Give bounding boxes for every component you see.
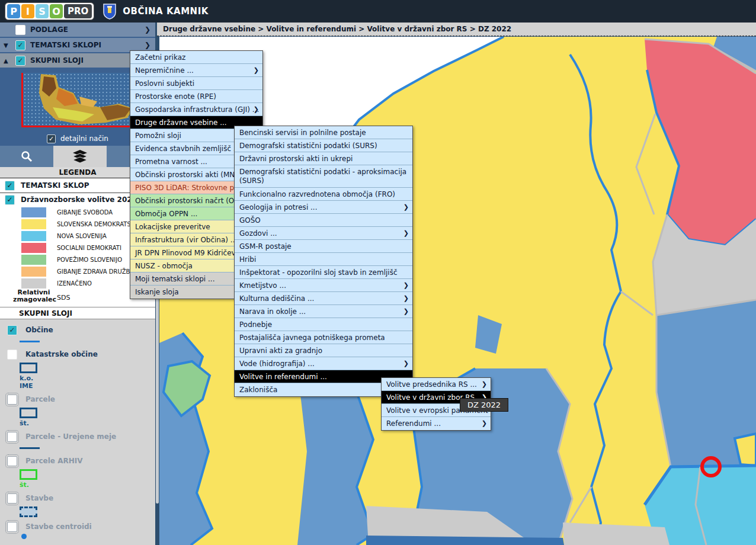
sidebar-scrollbar[interactable] [156, 296, 159, 504]
tab-layers[interactable] [53, 146, 107, 167]
panel-header-1[interactable]: PODLAGE❯ [0, 23, 155, 37]
layer-row: Stavbe centroidi [7, 521, 155, 533]
menu-item[interactable]: Hribi [235, 253, 412, 266]
menu-item-label: Referendumi ... [386, 419, 441, 428]
municipality-title: OBČINA KAMNIK [123, 6, 209, 17]
menu-item[interactable]: GOŠO [235, 214, 412, 227]
shared-layers-panel: ✓ObčineKatastrske občinek.o.IMEParcelešt… [0, 319, 155, 545]
municipality-crest-icon [102, 3, 117, 20]
panel-label: TEMATSKI SKLOPI [30, 41, 101, 49]
menu-item-label: GSM-R postaje [239, 242, 291, 251]
layer-checkbox[interactable] [7, 493, 17, 504]
relative-winner-label: Relativni zmagovalec [13, 289, 55, 303]
topbar: PISOPRO OBČINA KAMNIK [0, 0, 756, 23]
layer-label: Katastrske občine [25, 350, 98, 358]
layer-row: Stavbe [7, 492, 155, 504]
menu-item-label: Upravni akti za gradnjo [239, 347, 322, 355]
menu-item-label: Evidenca stavbnih zemljišč ... [135, 145, 240, 153]
layer-label: Stavbe [25, 494, 53, 502]
layer-swatch-sublabel: IME [20, 382, 155, 390]
menu-item-label: Moji tematski sklopi ... [135, 275, 214, 283]
menu-item[interactable]: Postajališča javnega potniškega prometa [235, 331, 412, 344]
legend-entry-label: IZENAČENO [57, 280, 92, 287]
layer-swatch-sublabel: št. [20, 481, 155, 489]
relative-winner-value: SDS [57, 294, 70, 302]
menu-item[interactable]: Nepremičnine ...❯ [130, 64, 262, 77]
layer-swatch-rect [20, 408, 37, 418]
layer-checkbox[interactable] [7, 432, 17, 442]
menu-item[interactable]: Volitve predsednika RS ...❯ [382, 378, 491, 391]
layer-checkbox[interactable] [7, 350, 17, 360]
search-icon [21, 150, 33, 162]
menu-item[interactable]: Gozdovi ...❯ [235, 227, 412, 240]
layer-swatch-rect [20, 469, 37, 480]
menu-item-label: Volitve in referendumi ... [239, 373, 327, 381]
layer-checkbox[interactable] [7, 395, 17, 405]
menu-item-label: Demografski statistični podatki - aproks… [239, 168, 406, 185]
menu-item-label: Prostorske enote (RPE) [135, 92, 216, 101]
menu-item[interactable]: Vode (hidrografija) ...❯ [235, 357, 412, 370]
menu-item[interactable]: GSM-R postaje [235, 240, 412, 253]
menu-item-label: Pomožni sloji [135, 132, 181, 140]
layer-row: Parcele - Urejene meje [7, 431, 155, 443]
menu-item[interactable]: Geologija in potresi ...❯ [235, 201, 412, 214]
piso-logo[interactable]: PISOPRO [5, 2, 94, 20]
menu-item[interactable]: Začetni prikaz [130, 51, 262, 64]
layer-row: Katastrske občine [7, 348, 155, 360]
menu-item-label: Začetni prikaz [135, 53, 185, 62]
menu-item-label: Druge državne vsebine ... [135, 118, 227, 127]
layer-label: Parcele ARHIV [25, 457, 83, 465]
collapse-triangle-icon[interactable]: ▲ [4, 57, 12, 64]
layer-checkbox[interactable] [7, 456, 17, 466]
layer-checkbox[interactable] [7, 522, 17, 532]
tab-search[interactable] [0, 146, 53, 167]
menu-item-label: Državni prostorski akti in ukrepi [239, 155, 353, 163]
menu-item[interactable]: Inšpektorat - opozorilni sloj stavb in z… [235, 266, 412, 279]
menu-item-label: Zaklonišča [239, 386, 277, 394]
menu-item[interactable]: Funkcionalno razvrednotena območja (FRO) [235, 188, 412, 201]
menu-item[interactable]: Podnebje [235, 318, 412, 331]
menu-item[interactable]: Kulturna dediščina ...❯ [235, 292, 412, 305]
legend-entry-label: GIBANJE ZDRAVA DRUŽBA [57, 268, 134, 275]
menu-item-label: Iskanje sloja [135, 288, 179, 296]
panel-label: PODLAGE [30, 25, 68, 34]
menu-item-label: Infrastruktura (vir Občina) ... [135, 236, 237, 244]
menu-item[interactable]: Referendumi ...❯ [382, 417, 491, 430]
menu-item[interactable]: Bencinski servisi in polnilne postaje [235, 126, 412, 139]
menu-item[interactable]: Poslovni subjekti [130, 77, 262, 90]
menu-item-label: Podnebje [239, 320, 272, 329]
shared-layers-title: SKUPNI SLOJI [0, 307, 155, 319]
layer-label: Parcele - Urejene meje [25, 432, 116, 441]
menu-item[interactable]: Upravni akti za gradnjo [235, 344, 412, 357]
menu-item[interactable]: Demografski statistični podatki (SURS) [235, 139, 412, 152]
legend-group-checkbox[interactable]: ✓ [5, 181, 15, 191]
menu-item[interactable]: Narava in okolje ...❯ [235, 305, 412, 318]
layer-checkbox[interactable]: ✓ [7, 325, 17, 335]
legend-entry-label: SOCIALNI DEMOKRATI [57, 245, 121, 251]
legend-swatch [21, 243, 46, 253]
collapse-triangle-icon[interactable]: ▼ [4, 42, 12, 49]
menu-item-label: Funkcionalno razvrednotena območja (FRO) [239, 190, 395, 198]
detail-mode-label: detajlni način [60, 134, 108, 143]
panel-checkbox[interactable]: ✓ [15, 40, 25, 50]
legend-swatch [21, 267, 46, 277]
menu-item[interactable]: Državni prostorski akti in ukrepi [235, 152, 412, 165]
layer-swatch-line [20, 447, 40, 449]
legend-theme-label: Državnozborske volitve 2022 [21, 195, 137, 204]
menu-item[interactable]: Demografski statistični podatki - aproks… [235, 165, 412, 188]
menu-item-label: Inšpektorat - opozorilni sloj stavb in z… [239, 268, 398, 277]
layer-swatch-dot [21, 534, 27, 539]
legend-theme-checkbox[interactable]: ✓ [5, 195, 15, 205]
detail-mode-checkbox[interactable]: ✓ [47, 134, 56, 143]
panel-checkbox[interactable]: ✓ [15, 56, 25, 66]
menu-item-label: Območja OPPN ... [135, 210, 197, 218]
panel-checkbox[interactable] [15, 25, 25, 35]
menu-item-label: Gospodarska infrastruktura (GJI) ... [135, 105, 259, 114]
menu-item[interactable]: Gospodarska infrastruktura (GJI) ...❯ [130, 103, 262, 116]
piso-app: PISOPRO OBČINA KAMNIK Druge državne vseb… [0, 0, 756, 545]
menu-item[interactable]: Kmetijstvo ...❯ [235, 279, 412, 292]
menu-item[interactable]: Prostorske enote (RPE) [130, 90, 262, 103]
layer-label: Stavbe centroidi [25, 522, 92, 531]
menu-item-label: Postajališča javnega potniškega prometa [239, 334, 385, 342]
brand-tile: S [36, 4, 49, 18]
